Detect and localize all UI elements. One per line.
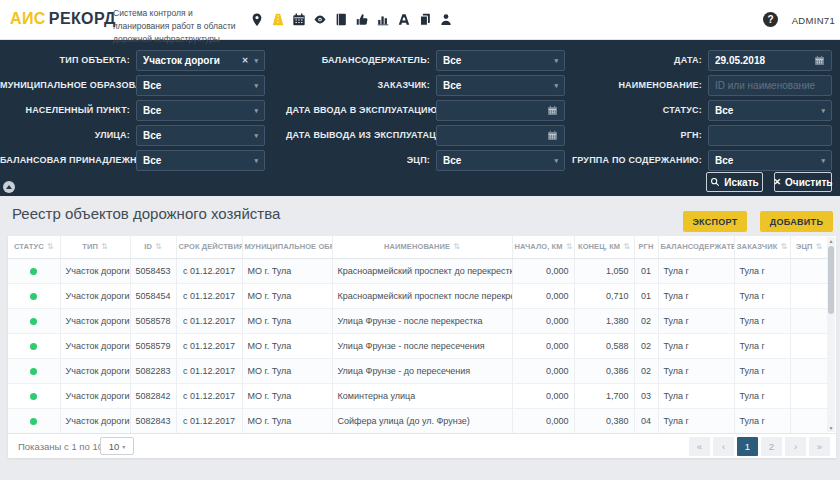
prev-page-button[interactable]: ‹ [713, 437, 734, 456]
filter-object-type[interactable]: Участок дороги✕▾ [136, 50, 265, 71]
username[interactable]: ADMIN71 [792, 15, 835, 26]
chevron-down-icon: ▾ [254, 107, 258, 115]
col-header-ecp[interactable]: ЭЦП⇅ [790, 236, 828, 258]
cell-customer: Тула г [734, 408, 790, 433]
first-page-button[interactable]: « [689, 437, 710, 456]
filter-commissioning-date[interactable] [436, 100, 565, 121]
filter-status[interactable]: Все▾ [708, 100, 832, 121]
cell-start_km: 0,000 [512, 308, 574, 333]
search-button[interactable]: Искать [706, 172, 763, 192]
page-1-button[interactable]: 1 [737, 437, 758, 456]
col-header-id[interactable]: ID⇅ [130, 236, 176, 258]
table-row[interactable]: Участок дороги5082843с 01.12.2017МО г. Т… [8, 408, 828, 433]
filter-label-commissioning-date: ДАТА ВВОДА В ЭКСПЛУАТАЦИЮ: [286, 100, 430, 121]
export-button[interactable]: ЭКСПОРТ [683, 211, 747, 232]
cell-customer: Тула г [734, 383, 790, 408]
road-icon[interactable] [271, 12, 285, 27]
cell-municipality: МО г. Тула [242, 283, 332, 308]
filter-label-settlement: НАСЕЛЕННЫЙ ПУНКТ: [0, 100, 130, 121]
filter-content-group[interactable]: Все▾ [708, 150, 832, 171]
cell-ecp [790, 408, 828, 433]
cell-municipality: МО г. Тула [242, 308, 332, 333]
col-header-start_km[interactable]: НАЧАЛО, КМ⇅ [512, 236, 574, 258]
table-row[interactable]: Участок дороги5058453с 01.12.2017МО г. Т… [8, 258, 828, 283]
location-pin-icon[interactable] [250, 12, 264, 27]
cell-municipality: МО г. Тула [242, 383, 332, 408]
thumbs-up-icon[interactable] [355, 12, 369, 27]
filter-street[interactable]: Все▾ [136, 125, 265, 146]
filter-rgn[interactable] [708, 125, 832, 146]
user-icon[interactable] [439, 12, 453, 27]
journal-icon[interactable] [334, 12, 348, 27]
table-scrollbar[interactable]: ▲ ▼ [827, 237, 835, 432]
cell-term: с 01.12.2017 [176, 358, 242, 383]
collapse-filters-button[interactable] [3, 181, 15, 193]
page-2-button[interactable]: 2 [761, 437, 782, 456]
cell-end_km: 1,700 [574, 383, 634, 408]
table-row[interactable]: Участок дороги5058454с 01.12.2017МО г. Т… [8, 283, 828, 308]
table-head-row: СТАТУС⇅ТИП⇅ID⇅СРОК ДЕЙСТВИЯ⇅МУНИЦИПАЛЬНО… [8, 236, 828, 258]
cell-ecp [790, 258, 828, 283]
bar-chart-icon[interactable] [376, 12, 390, 27]
cell-type: Участок дороги [60, 308, 130, 333]
sort-icon: ⇅ [453, 242, 460, 251]
documents-icon[interactable] [418, 12, 432, 27]
cell-start_km: 0,000 [512, 258, 574, 283]
col-header-name[interactable]: НАИМЕНОВАНИЕ⇅ [332, 236, 512, 258]
scroll-down-icon[interactable]: ▼ [827, 425, 835, 431]
app-logo[interactable]: АИСРЕКОРД [10, 10, 116, 28]
clear-button[interactable]: ✕ Очистить [774, 172, 832, 192]
clear-value-icon[interactable]: ✕ [242, 56, 249, 65]
scroll-up-icon[interactable]: ▲ [827, 238, 835, 244]
roads-icon[interactable] [397, 12, 411, 27]
cell-status [8, 283, 60, 308]
filter-name-search[interactable]: ID или наименование [708, 75, 832, 96]
cell-name: Улица Фрунзе - до пересечения [332, 358, 512, 383]
cell-customer: Тула г [734, 283, 790, 308]
cell-id: 5058579 [130, 333, 176, 358]
col-header-municipality: МУНИЦИПАЛЬНОЕ ОБРАЗОВАНИЕ [242, 236, 332, 258]
filter-decommissioning-date[interactable] [436, 125, 565, 146]
filter-customer[interactable]: Все▾ [436, 75, 565, 96]
col-header-status[interactable]: СТАТУС⇅ [8, 236, 60, 258]
table-row[interactable]: Участок дороги5058579с 01.12.2017МО г. Т… [8, 333, 828, 358]
table-row[interactable]: Участок дороги5058578с 01.12.2017МО г. Т… [8, 308, 828, 333]
logo-record: РЕКОРД [49, 10, 116, 27]
filter-settlement[interactable]: Все▾ [136, 100, 265, 121]
table-row[interactable]: Участок дороги5082283с 01.12.2017МО г. Т… [8, 358, 828, 383]
clear-button-label: Очистить [785, 177, 832, 188]
page-size-select[interactable]: 10 ▾ [100, 437, 134, 455]
cell-name: Улица Фрунзе - после пересечения [332, 333, 512, 358]
filter-date[interactable]: 29.05.2018 [708, 50, 832, 71]
help-button[interactable]: ? [763, 12, 778, 27]
filter-balance-affiliation[interactable]: Все▾ [136, 150, 265, 171]
filter-municipality[interactable]: Все▾ [136, 75, 265, 96]
next-page-button[interactable]: › [785, 437, 806, 456]
app-subtitle: Система контроля и планирования работ в … [113, 7, 251, 45]
last-page-button[interactable]: » [809, 437, 830, 456]
col-header-end_km[interactable]: КОНЕЦ, КМ⇅ [574, 236, 634, 258]
table-row[interactable]: Участок дороги5082842с 01.12.2017МО г. Т… [8, 383, 828, 408]
col-header-customer[interactable]: ЗАКАЗЧИК⇅ [734, 236, 790, 258]
cell-name: Красноармейский проспект до перекрестка [332, 258, 512, 283]
cell-ecp [790, 283, 828, 308]
cell-type: Участок дороги [60, 333, 130, 358]
filter-ecp[interactable]: Все▾ [436, 150, 565, 171]
col-header-holder[interactable]: БАЛАНСОДЕРЖАТЕЛЬ⇅ [658, 236, 734, 258]
cell-customer: Тула г [734, 358, 790, 383]
add-button[interactable]: ДОБАВИТЬ [760, 211, 833, 232]
cell-name: Сойфера улица (до ул. Фрунзе) [332, 408, 512, 433]
cell-status [8, 333, 60, 358]
col-header-term[interactable]: СРОК ДЕЙСТВИЯ⇅ [176, 236, 242, 258]
eye-icon[interactable] [313, 12, 327, 27]
cell-id: 5058453 [130, 258, 176, 283]
scrollbar-thumb[interactable] [828, 246, 834, 314]
calendar-icon[interactable] [292, 12, 306, 27]
chevron-down-icon: ▾ [821, 157, 825, 165]
cell-rgn: 01 [634, 258, 658, 283]
col-header-type[interactable]: ТИП⇅ [60, 236, 130, 258]
filter-balance-holder[interactable]: Все▾ [436, 50, 565, 71]
cell-name: Коминтерна улица [332, 383, 512, 408]
cell-customer: Тула г [734, 308, 790, 333]
cell-term: с 01.12.2017 [176, 408, 242, 433]
